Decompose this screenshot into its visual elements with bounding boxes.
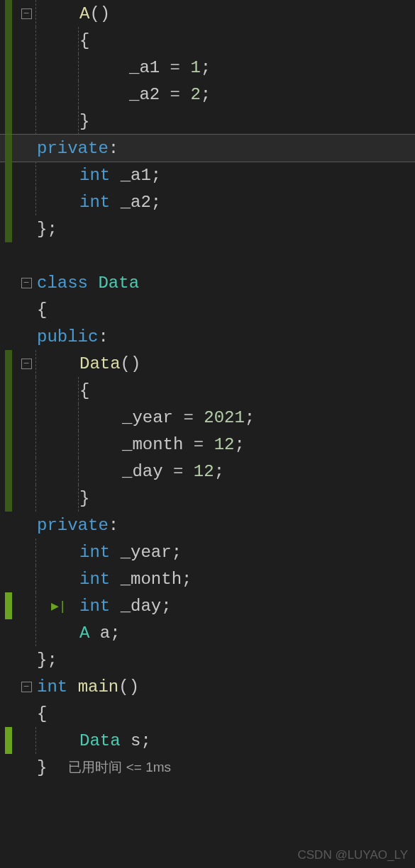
- brace-end: };: [37, 220, 57, 239]
- keyword-class: class: [37, 274, 88, 293]
- code-line[interactable]: {: [35, 296, 415, 323]
- semicolon: ;: [161, 597, 171, 616]
- code-line[interactable]: ▶|int _day;: [35, 592, 415, 619]
- semicolon: ;: [110, 624, 120, 643]
- semicolon: ;: [172, 543, 182, 562]
- variable: _a2: [121, 193, 151, 212]
- code-line[interactable]: {: [35, 27, 415, 54]
- code-line[interactable]: {: [35, 377, 415, 404]
- operator: =: [173, 408, 204, 427]
- fold-minus-icon[interactable]: −: [21, 9, 32, 19]
- code-line[interactable]: };: [35, 215, 415, 242]
- code-line[interactable]: }已用时间 <= 1ms: [35, 754, 415, 781]
- code-line[interactable]: }: [35, 485, 415, 512]
- constructor-name: A: [79, 4, 89, 23]
- type-int: int: [37, 677, 67, 697]
- semicolon: ;: [151, 193, 161, 212]
- brace: {: [37, 300, 47, 320]
- brace: {: [79, 381, 89, 400]
- code-line[interactable]: Data s;: [35, 727, 415, 754]
- code-line[interactable]: int _year;: [35, 539, 415, 565]
- variable: a: [100, 624, 110, 643]
- code-line[interactable]: private:: [35, 512, 415, 539]
- semicolon: ;: [140, 731, 150, 750]
- execution-pointer-icon: ▶|: [51, 598, 67, 614]
- type-int: int: [79, 166, 110, 185]
- class-name: Data: [98, 274, 139, 293]
- variable: _a1: [121, 166, 151, 185]
- brace: }: [37, 758, 47, 777]
- code-line[interactable]: _a2 = 2;: [35, 81, 415, 108]
- semicolon: ;: [234, 435, 244, 454]
- brace-end: };: [37, 650, 57, 670]
- elapsed-time-label: 已用时间 <= 1ms: [68, 758, 171, 777]
- code-editor[interactable]: −A() { _a1 = 1; _a2 = 2; } private: int …: [0, 0, 415, 781]
- semicolon: ;: [151, 166, 161, 185]
- fold-minus-icon[interactable]: −: [21, 359, 32, 369]
- parentheses: (): [89, 4, 110, 23]
- variable: _month: [121, 570, 182, 589]
- type-int: int: [79, 543, 110, 562]
- keyword-public: public: [37, 327, 98, 346]
- colon: :: [98, 327, 108, 346]
- keyword-private: private: [37, 139, 109, 158]
- code-line[interactable]: _a1 = 1;: [35, 54, 415, 81]
- function-name: main: [78, 677, 119, 697]
- semicolon: ;: [214, 462, 224, 481]
- semicolon: ;: [201, 85, 211, 104]
- watermark: CSDN @LUYAO_LY: [297, 848, 408, 862]
- code-line[interactable]: Data(): [35, 350, 415, 377]
- code-line[interactable]: A(): [35, 0, 415, 27]
- variable: _year: [122, 408, 173, 427]
- brace: {: [37, 704, 47, 723]
- constructor-name: Data: [79, 354, 121, 373]
- type-int: int: [79, 570, 110, 589]
- code-line[interactable]: {: [35, 700, 415, 727]
- number: 2021: [204, 408, 245, 427]
- code-line[interactable]: int _a1;: [35, 162, 415, 188]
- semicolon: ;: [201, 58, 211, 77]
- variable: _day: [121, 597, 162, 616]
- code-line[interactable]: int _month;: [35, 565, 415, 592]
- variable: _a1: [129, 58, 160, 77]
- keyword-private: private: [37, 516, 109, 535]
- variable: _a2: [129, 85, 160, 104]
- code-line[interactable]: }: [35, 108, 415, 135]
- parentheses: (): [121, 354, 141, 373]
- empty-line[interactable]: [35, 242, 415, 269]
- code-line-current[interactable]: private:: [35, 135, 415, 162]
- code-line[interactable]: _year = 2021;: [35, 404, 415, 431]
- code-line[interactable]: };: [35, 646, 415, 673]
- variable: _year: [121, 543, 172, 562]
- variable: s: [131, 731, 140, 750]
- code-line[interactable]: _month = 12;: [35, 431, 415, 458]
- number: 1: [190, 58, 200, 77]
- operator: =: [160, 58, 190, 77]
- code-line[interactable]: _day = 12;: [35, 458, 415, 485]
- operator: =: [183, 435, 214, 454]
- type-class: A: [79, 624, 89, 643]
- number: 12: [194, 462, 214, 481]
- number: 2: [190, 85, 200, 104]
- type-int: int: [79, 193, 110, 212]
- brace: }: [79, 489, 89, 508]
- fold-minus-icon[interactable]: −: [21, 682, 32, 692]
- code-line[interactable]: A a;: [35, 619, 415, 646]
- brace: {: [79, 31, 89, 50]
- code-line[interactable]: int _a2;: [35, 188, 415, 215]
- code-line[interactable]: public:: [35, 323, 415, 350]
- variable: _day: [122, 462, 163, 481]
- type-class: Data: [79, 731, 121, 750]
- operator: =: [163, 462, 194, 481]
- type-int: int: [79, 597, 110, 616]
- number: 12: [214, 435, 235, 454]
- semicolon: ;: [245, 408, 255, 427]
- code-line[interactable]: class Data: [35, 269, 415, 296]
- fold-minus-icon[interactable]: −: [21, 278, 32, 288]
- parentheses: (): [118, 677, 139, 697]
- variable: _month: [122, 435, 183, 454]
- operator: =: [160, 85, 190, 104]
- code-line[interactable]: int main(): [35, 673, 415, 700]
- semicolon: ;: [182, 570, 192, 589]
- colon: :: [109, 516, 118, 535]
